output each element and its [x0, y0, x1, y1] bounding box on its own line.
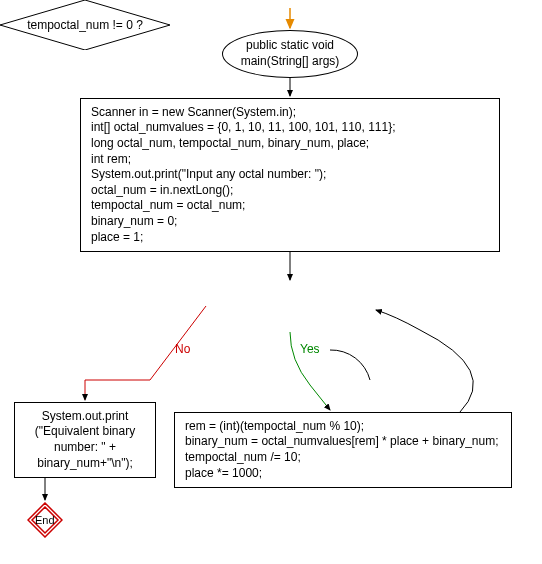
edge-no-label: No: [175, 342, 190, 356]
loop-line: binary_num = octal_numvalues[rem] * plac…: [185, 434, 501, 450]
init-line: System.out.print("Input any octal number…: [91, 167, 489, 183]
loop-line: tempoctal_num /= 10;: [185, 450, 501, 466]
init-line: octal_num = in.nextLong();: [91, 183, 489, 199]
output-block: System.out.print ("Equivalent binary num…: [14, 402, 156, 478]
init-line: int[] octal_numvalues = {0, 1, 10, 11, 1…: [91, 120, 489, 136]
entry-terminal: public static voidmain(String[] args): [222, 30, 358, 78]
decision-label: tempoctal_num != 0 ?: [0, 18, 170, 32]
init-line: binary_num = 0;: [91, 214, 489, 230]
entry-label: public static voidmain(String[] args): [241, 38, 340, 69]
loop-condition: tempoctal_num != 0 ?: [0, 0, 170, 50]
loop-line: rem = (int)(tempoctal_num % 10);: [185, 419, 501, 435]
output-line: binary_num+"\n");: [15, 456, 155, 472]
init-line: long octal_num, tempoctal_num, binary_nu…: [91, 136, 489, 152]
init-line: place = 1;: [91, 230, 489, 246]
loop-body-block: rem = (int)(tempoctal_num % 10); binary_…: [174, 412, 512, 488]
init-block: Scanner in = new Scanner(System.in); int…: [80, 98, 500, 252]
init-line: int rem;: [91, 152, 489, 168]
output-line: ("Equivalent binary: [15, 424, 155, 440]
output-line: System.out.print: [15, 409, 155, 425]
flowchart-container: public static voidmain(String[] args) Sc…: [0, 0, 542, 564]
end-label: End: [35, 514, 55, 526]
output-line: number: " +: [15, 440, 155, 456]
init-line: Scanner in = new Scanner(System.in);: [91, 105, 489, 121]
edge-yes-label: Yes: [300, 342, 320, 356]
init-line: tempoctal_num = octal_num;: [91, 198, 489, 214]
loop-line: place *= 1000;: [185, 466, 501, 482]
